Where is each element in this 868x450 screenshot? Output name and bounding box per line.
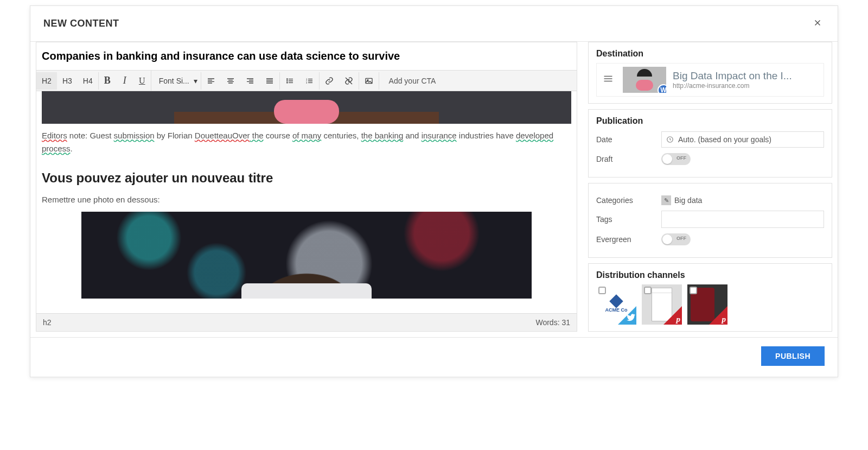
text-span: Editors xyxy=(42,131,67,140)
modal-footer: PUBLISH xyxy=(30,338,838,377)
bullet-list-button[interactable] xyxy=(280,72,299,90)
text-span: industries have xyxy=(457,131,516,140)
align-center-button[interactable] xyxy=(221,72,240,90)
font-size-dropdown[interactable]: Font Si... ▾ xyxy=(151,72,201,90)
svg-point-2 xyxy=(286,82,287,83)
text-span: DouetteauOver xyxy=(195,131,250,140)
align-justify-button[interactable] xyxy=(260,72,279,90)
publication-title: Publication xyxy=(596,116,824,126)
edit-icon[interactable]: ✎ xyxy=(661,195,671,205)
editor-body[interactable]: Editors note: Guest submission by Floria… xyxy=(36,91,577,313)
date-label: Date xyxy=(596,135,661,144)
align-right-button[interactable] xyxy=(240,72,260,90)
intro-paragraph[interactable]: Editors note: Guest submission by Floria… xyxy=(42,129,571,155)
content-title-input[interactable] xyxy=(36,42,577,70)
text-span: centuries, xyxy=(321,131,361,140)
tags-label: Tags xyxy=(596,215,661,224)
publish-button[interactable]: PUBLISH xyxy=(761,346,825,366)
unlink-button[interactable] xyxy=(339,72,359,90)
sidebar: Destination W Big Data Impact on the I..… xyxy=(588,42,832,332)
text-span: . xyxy=(71,144,73,153)
channel-checkbox[interactable] xyxy=(644,287,652,294)
toggle-state: OFF xyxy=(676,155,686,161)
vr-image[interactable] xyxy=(81,212,532,299)
editor-toolbar: H2 H3 H4 B I U Font Si... ▾ xyxy=(36,70,577,91)
text-span: the banking xyxy=(361,131,404,140)
text-span: submission xyxy=(114,131,155,140)
svg-point-0 xyxy=(286,79,287,79)
draft-label: Draft xyxy=(596,155,661,163)
add-cta-button[interactable]: Add your CTA xyxy=(379,72,446,90)
italic-button[interactable]: I xyxy=(116,71,133,91)
svg-point-1 xyxy=(286,80,287,81)
pinterest-icon: p xyxy=(676,315,681,324)
image-button[interactable] xyxy=(359,72,379,90)
close-icon xyxy=(813,18,822,28)
font-size-label: Font Si... xyxy=(159,77,189,85)
numbered-list-button[interactable]: 123 xyxy=(299,72,319,90)
channel-checkbox[interactable] xyxy=(598,287,606,294)
channels-list: ACME Co p xyxy=(596,284,824,325)
text-span: note: Guest xyxy=(67,131,114,140)
modal-title: NEW CONTENT xyxy=(43,18,119,29)
svg-text:3: 3 xyxy=(306,81,308,84)
wordpress-badge-icon: W xyxy=(658,84,666,93)
editor-content[interactable]: Editors note: Guest submission by Floria… xyxy=(36,91,577,313)
destination-title: Destination xyxy=(596,49,824,59)
heading-h3-button[interactable]: H3 xyxy=(57,72,78,90)
editor-footer: h2 Words: 31 xyxy=(36,313,577,331)
close-button[interactable] xyxy=(810,16,825,31)
drag-handle-icon[interactable] xyxy=(600,72,616,88)
text-span: by Florian xyxy=(155,131,195,140)
category-text: Big data xyxy=(674,196,702,205)
heading-h2-button[interactable]: H2 xyxy=(36,72,57,90)
element-path: h2 xyxy=(43,318,52,327)
link-button[interactable] xyxy=(320,72,339,90)
text-span: course xyxy=(264,131,292,140)
hero-image[interactable] xyxy=(42,91,571,124)
date-field[interactable]: Auto. (based on your goals) xyxy=(661,131,824,148)
text-span: of many xyxy=(292,131,321,140)
editor-caption[interactable]: Remettre une photo en dessous: xyxy=(42,193,571,206)
align-left-button[interactable] xyxy=(201,72,221,90)
channel-pinterest-1[interactable]: p xyxy=(642,284,682,325)
tags-input[interactable] xyxy=(661,211,824,228)
categories-value[interactable]: ✎ Big data xyxy=(661,195,702,205)
date-value: Auto. (based on your goals) xyxy=(678,135,771,144)
channel-twitter-acme[interactable]: ACME Co xyxy=(596,284,636,325)
channel-pinterest-2[interactable]: p xyxy=(687,284,727,325)
publication-panel: Publication Date Auto. (based on your go… xyxy=(588,109,832,178)
destination-thumbnail: W xyxy=(623,67,666,93)
text-span: developed xyxy=(516,131,553,140)
modal-header: NEW CONTENT xyxy=(30,6,838,41)
toggle-state: OFF xyxy=(676,236,686,241)
word-count: Words: 31 xyxy=(535,318,570,327)
destination-item[interactable]: W Big Data Impact on the I... http://acm… xyxy=(596,63,824,97)
editor-h2[interactable]: Vous pouvez ajouter un nouveau titre xyxy=(42,170,571,186)
new-content-modal: NEW CONTENT H2 H3 H4 B I U xyxy=(30,5,838,377)
destination-name: Big Data Impact on the I... xyxy=(673,70,820,82)
channel-checkbox[interactable] xyxy=(690,287,697,294)
destination-panel: Destination W Big Data Impact on the I..… xyxy=(588,42,832,104)
editor-column: H2 H3 H4 B I U Font Si... ▾ xyxy=(36,42,577,332)
text-span: the xyxy=(250,131,264,140)
bold-button[interactable]: B xyxy=(99,71,116,91)
clock-icon xyxy=(666,136,674,143)
destination-url: http://acme-insurance.com xyxy=(673,82,820,90)
chevron-down-icon: ▾ xyxy=(194,77,197,85)
destination-info: Big Data Impact on the I... http://acme-… xyxy=(673,70,820,90)
distribution-title: Distribution channels xyxy=(596,270,824,280)
distribution-panel: Distribution channels ACME Co xyxy=(588,263,832,332)
text-span: process xyxy=(42,144,71,153)
meta-panel: Categories ✎ Big data Tags Evergreen OFF xyxy=(588,183,832,258)
underline-button[interactable]: U xyxy=(133,72,151,90)
pinterest-icon: p xyxy=(722,315,726,324)
evergreen-toggle[interactable]: OFF xyxy=(661,233,691,245)
modal-body: H2 H3 H4 B I U Font Si... ▾ xyxy=(30,42,838,337)
categories-label: Categories xyxy=(596,196,661,205)
twitter-icon xyxy=(627,314,635,324)
draft-toggle[interactable]: OFF xyxy=(661,153,691,165)
text-span: and xyxy=(403,131,421,140)
heading-h4-button[interactable]: H4 xyxy=(78,72,98,90)
evergreen-label: Evergreen xyxy=(596,235,661,244)
